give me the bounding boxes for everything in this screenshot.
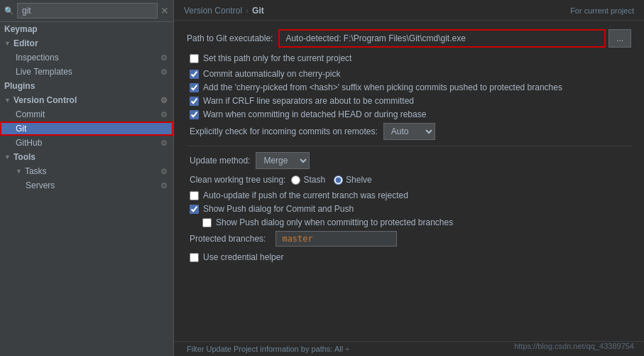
sidebar-item-label: Commit (16, 109, 45, 119)
detached-checkbox[interactable] (190, 110, 199, 119)
set-path-checkbox[interactable] (190, 54, 199, 63)
breadcrumb-separator: › (246, 6, 249, 16)
breadcrumb: Version Control › Git For current projec… (174, 0, 644, 21)
filter-label: Filter Update Project information by pat… (187, 345, 349, 353)
path-row: Path to Git executable: ... (187, 29, 631, 48)
credential-label: Use credential helper (203, 252, 283, 262)
sidebar-item-github[interactable]: GitHub ⚙ (0, 136, 173, 150)
sidebar-item-label: Inspections (16, 53, 59, 63)
checkbox-credential: Use credential helper (187, 252, 631, 262)
show-push-label: Show Push dialog for Commit and Push (203, 204, 354, 214)
protected-label: Protected branches: (190, 234, 266, 244)
cherry-pick-checkbox[interactable] (190, 70, 199, 79)
content-area: Path to Git executable: ... Set this pat… (174, 21, 644, 341)
cherry-picked-suffix-label: Add the 'cherry-picked from <hash>' suff… (203, 82, 562, 92)
incoming-label: Explicitly check for incoming commits on… (190, 126, 378, 136)
credential-checkbox[interactable] (190, 253, 199, 262)
settings-icon: ⚙ (160, 96, 168, 105)
triangle-icon: ▼ (4, 40, 11, 47)
set-path-row: Set this path only for the current proje… (187, 53, 631, 63)
triangle-icon: ▼ (4, 97, 11, 104)
breadcrumb-current: Git (252, 6, 264, 16)
show-push-protected-label: Show Push dialog only when committing to… (216, 217, 453, 227)
close-icon[interactable]: ✕ (160, 5, 169, 16)
watermark: https://blog.csdn.net/qq_43389754 (514, 342, 634, 350)
sidebar-item-label: Version Control (13, 95, 77, 105)
update-method-row: Update method: Merge Rebase (187, 152, 631, 169)
settings-icon: ⚙ (160, 181, 168, 190)
incoming-row: Explicitly check for incoming commits on… (187, 123, 631, 140)
checkbox-crlf: Warn if CRLF line separators are about t… (187, 96, 631, 106)
sidebar-item-version-control[interactable]: ▼ Version Control ⚙ (0, 93, 173, 107)
path-input[interactable] (278, 29, 606, 48)
detached-label: Warn when committing in detached HEAD or… (203, 109, 426, 119)
crlf-checkbox[interactable] (190, 97, 199, 106)
settings-icon: ⚙ (160, 110, 168, 119)
auto-update-checkbox[interactable] (190, 191, 199, 200)
sidebar-item-editor[interactable]: ▼ Editor (0, 36, 173, 50)
triangle-icon: ▼ (4, 153, 11, 161)
sidebar: 🔍 ✕ Keymap ▼ Editor Inspections ⚙ Live T… (0, 0, 174, 356)
main-panel: Version Control › Git For current projec… (174, 0, 644, 356)
settings-icon: ⚙ (160, 167, 168, 176)
checkbox-auto-update: Auto-update if push of the current branc… (187, 190, 631, 200)
settings-icon: ⚙ (160, 53, 168, 63)
clean-row: Clean working tree using: Stash Shelve (187, 175, 631, 185)
cherry-pick-label: Commit automatically on cherry-pick (203, 69, 340, 79)
show-push-protected-checkbox[interactable] (202, 218, 212, 227)
update-label: Update method: (190, 156, 250, 166)
sidebar-item-live-templates[interactable]: Live Templates ⚙ (0, 65, 173, 79)
divider (187, 146, 631, 146)
search-input[interactable] (17, 3, 158, 18)
project-link[interactable]: For current project (570, 6, 634, 15)
sidebar-item-label: Git (16, 124, 26, 134)
stash-radio[interactable] (291, 176, 300, 185)
shelve-radio[interactable] (334, 176, 343, 185)
incoming-dropdown[interactable]: Auto Always Never (383, 123, 435, 140)
sidebar-item-keymap[interactable]: Keymap (0, 22, 173, 36)
stash-option: Stash (291, 175, 325, 185)
clean-label: Clean working tree using: (190, 175, 285, 185)
path-label: Path to Git executable: (187, 33, 273, 43)
protected-input[interactable] (275, 231, 397, 247)
protected-branches-row: Protected branches: (187, 231, 631, 247)
sidebar-item-git[interactable]: Git (0, 122, 173, 136)
crlf-label: Warn if CRLF line separators are about t… (203, 96, 414, 106)
sidebar-item-label: GitHub (16, 138, 42, 148)
checkbox-cherry-picked-suffix: Add the 'cherry-picked from <hash>' suff… (187, 82, 631, 92)
sidebar-item-label: Keymap (4, 24, 38, 34)
sidebar-item-servers[interactable]: Servers ⚙ (0, 178, 173, 193)
sidebar-item-plugins[interactable]: Plugins (0, 79, 173, 93)
checkbox-cherry-pick: Commit automatically on cherry-pick (187, 69, 631, 79)
sidebar-item-inspections[interactable]: Inspections ⚙ (0, 50, 173, 65)
cherry-picked-suffix-checkbox[interactable] (190, 83, 199, 92)
settings-icon: ⚙ (160, 68, 168, 77)
triangle-icon: ▼ (16, 168, 22, 175)
shelve-label: Shelve (346, 175, 372, 185)
settings-icon: ⚙ (160, 139, 168, 148)
search-icon: 🔍 (4, 6, 14, 16)
breadcrumb-part1: Version Control (184, 6, 242, 16)
sidebar-item-label: Plugins (4, 81, 35, 91)
sidebar-item-label: Live Templates (16, 67, 72, 77)
stash-label: Stash (303, 175, 325, 185)
checkbox-show-push: Show Push dialog for Commit and Push (187, 204, 631, 214)
sidebar-item-commit[interactable]: Commit ⚙ (0, 107, 173, 122)
sidebar-item-label: Editor (13, 38, 38, 48)
auto-update-label: Auto-update if push of the current branc… (203, 190, 408, 200)
set-path-label: Set this path only for the current proje… (203, 53, 351, 63)
path-input-wrap: ... (278, 29, 631, 48)
show-push-checkbox[interactable] (190, 205, 199, 214)
checkbox-show-push-protected: Show Push dialog only when committing to… (187, 217, 631, 227)
update-dropdown[interactable]: Merge Rebase (256, 152, 310, 169)
checkbox-detached: Warn when committing in detached HEAD or… (187, 109, 631, 119)
sidebar-item-label: Tasks (25, 166, 47, 176)
shelve-option: Shelve (334, 175, 372, 185)
sidebar-item-tasks[interactable]: ▼ Tasks ⚙ (0, 164, 173, 178)
path-browse-button[interactable]: ... (608, 29, 631, 48)
sidebar-item-label: Servers (26, 180, 55, 190)
sidebar-item-label: Tools (13, 152, 36, 162)
search-bar: 🔍 ✕ (0, 0, 173, 22)
sidebar-item-tools[interactable]: ▼ Tools (0, 150, 173, 164)
